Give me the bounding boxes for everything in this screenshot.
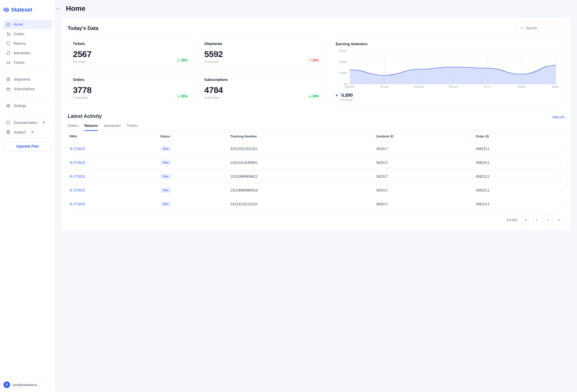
earning-statistics-card: Earning Statistics 010k20k30kMonTueWedTh… xyxy=(331,37,564,106)
order-cell: 4562211 xyxy=(474,197,556,211)
sidebar-item-documentation[interactable]: Documentation xyxy=(3,118,52,127)
tracking-cell: 32312321321321 xyxy=(228,142,374,156)
stat-sub: Completed xyxy=(73,96,189,100)
search-box[interactable] xyxy=(516,24,564,32)
tab-returns[interactable]: Returns xyxy=(85,122,98,131)
svg-point-42 xyxy=(560,177,560,177)
stat-card-subscriptions: Subscriptions 4784 Subscribed 20% xyxy=(199,73,325,104)
order-cell: 4562211 xyxy=(474,183,556,197)
pager-next-button[interactable] xyxy=(544,216,552,224)
user-menu[interactable]: D dom@stateset.io xyxy=(0,377,55,392)
svg-point-1 xyxy=(9,35,10,36)
arrow-up-icon xyxy=(309,95,312,97)
sidebar-item-orders[interactable]: Orders xyxy=(3,29,52,39)
logo-icon xyxy=(4,7,9,13)
tab-warranties[interactable]: Warranties xyxy=(104,122,121,131)
stat-delta: 20% xyxy=(176,58,189,63)
upgrade-plan-button[interactable]: Upgrade Plan xyxy=(3,141,52,151)
svg-text:0: 0 xyxy=(344,83,347,85)
col-tracking-number: Tracking Number xyxy=(228,131,374,142)
svg-point-45 xyxy=(560,191,560,191)
svg-text:10k: 10k xyxy=(339,72,347,74)
pager-prev-button[interactable] xyxy=(532,216,541,224)
row-actions-button[interactable] xyxy=(558,146,562,151)
tickets-icon xyxy=(6,60,11,65)
stat-delta: 20% xyxy=(307,93,321,99)
chart-title: Earning Statistics xyxy=(336,42,559,46)
svg-rect-2 xyxy=(7,88,10,90)
svg-text:20k: 20k xyxy=(339,61,347,63)
pager: 1-5 of 5 xyxy=(68,211,564,224)
svg-text:Thur: Thur xyxy=(448,85,458,88)
sidebar-item-label: Warranties xyxy=(14,51,30,55)
row-actions-button[interactable] xyxy=(558,174,562,178)
caret-up-icon xyxy=(48,383,51,386)
zendesk-cell: 342017 xyxy=(374,170,474,183)
svg-point-46 xyxy=(560,202,560,203)
sidebar-item-label: Shipments xyxy=(14,77,30,81)
status-cell: New xyxy=(158,183,228,197)
rma-link[interactable]: R-273615 xyxy=(68,183,158,197)
home-icon xyxy=(6,22,11,27)
brand-name: Stateset xyxy=(11,7,32,13)
user-email: dom@stateset.io xyxy=(13,383,46,387)
status-badge: New xyxy=(160,187,171,193)
col-zendesk-id: Zendesk ID xyxy=(374,131,474,142)
svg-text:30k: 30k xyxy=(339,50,347,52)
external-link-icon xyxy=(41,120,46,125)
sidebar-item-support[interactable]: Support xyxy=(3,127,52,137)
svg-point-43 xyxy=(560,188,560,189)
svg-point-44 xyxy=(560,189,560,190)
sidebar-item-tickets[interactable]: Tickets xyxy=(3,58,52,67)
sidebar-item-returns[interactable]: Returns xyxy=(3,39,52,48)
arrow-up-icon xyxy=(178,59,180,62)
stat-value: 5592 xyxy=(204,49,320,59)
support-icon xyxy=(6,130,11,134)
documentation-icon xyxy=(6,120,11,125)
rma-link[interactable]: R-273615 xyxy=(68,197,158,211)
row-actions-button[interactable] xyxy=(558,202,562,206)
activity-tabs: OrdersReturnsWarrantiesTickets xyxy=(68,122,564,131)
sidebar-item-settings[interactable]: Settings xyxy=(3,101,52,111)
table-row: R-273615 New 12310980909812 342017 45622… xyxy=(68,170,564,183)
svg-text:Sun: Sun xyxy=(551,85,559,88)
sidebar-item-warranties[interactable]: Warranties xyxy=(3,48,52,58)
topbar: Home xyxy=(55,0,577,14)
svg-point-41 xyxy=(560,176,560,176)
col-status: Status xyxy=(158,131,228,142)
rma-link[interactable]: R-273615 xyxy=(68,170,158,183)
stat-card-shipments: Shipments 5592 Processed 18% xyxy=(199,37,325,68)
sidebar-item-home[interactable]: Home xyxy=(3,20,52,29)
stat-delta: 18% xyxy=(307,58,321,63)
row-actions-button[interactable] xyxy=(558,160,562,164)
row-actions-button[interactable] xyxy=(558,188,562,192)
brand-logo[interactable]: Stateset xyxy=(0,0,55,18)
rma-link[interactable]: R-273615 xyxy=(68,156,158,170)
sidebar-item-subscriptions[interactable]: Subscriptions xyxy=(3,84,52,94)
svg-point-37 xyxy=(560,161,560,161)
status-cell: New xyxy=(158,156,228,170)
collapse-sidebar-button[interactable] xyxy=(54,5,61,12)
tab-tickets[interactable]: Tickets xyxy=(127,122,138,131)
view-all-link[interactable]: View All xyxy=(552,115,564,119)
legend-dot xyxy=(336,94,338,96)
stat-label: Tickets xyxy=(73,42,189,46)
chart-total-sub: This Week xyxy=(340,99,559,102)
earning-chart: 010k20k30kMonTueWedThurFriSatSun xyxy=(336,50,559,90)
rma-link[interactable]: R-273615 xyxy=(68,142,158,156)
tracking-cell: 13129080980918 xyxy=(228,183,374,197)
svg-point-47 xyxy=(560,203,560,204)
status-cell: New xyxy=(158,142,228,156)
table-row: R-273615 New 12312213190801 342017 45622… xyxy=(68,156,564,170)
tab-orders[interactable]: Orders xyxy=(68,122,78,131)
search-input[interactable] xyxy=(526,26,560,30)
col-order-id: Order ID xyxy=(474,131,556,142)
pager-first-button[interactable] xyxy=(521,216,530,224)
sidebar-item-label: Orders xyxy=(14,32,24,36)
svg-point-36 xyxy=(560,149,560,150)
pager-last-button[interactable] xyxy=(555,216,563,224)
activity-title: Latest Activity xyxy=(68,113,102,119)
sidebar-item-shipments[interactable]: Shipments xyxy=(3,75,52,84)
subscriptions-icon xyxy=(6,87,11,91)
stat-sub: Subscribed xyxy=(204,96,320,100)
